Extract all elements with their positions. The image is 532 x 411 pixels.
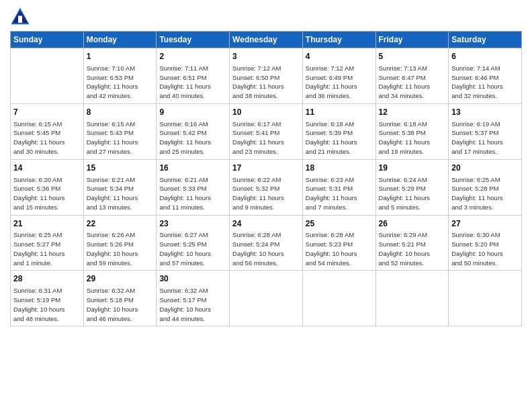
day-number: 2 — [159, 51, 226, 62]
day-cell: 5Sunrise: 7:13 AM Sunset: 6:47 PM Daylig… — [375, 48, 449, 104]
day-cell: 20Sunrise: 6:25 AM Sunset: 5:28 PM Dayli… — [449, 159, 522, 215]
day-number: 16 — [159, 163, 226, 174]
col-header-thursday: Thursday — [302, 32, 375, 48]
day-cell: 12Sunrise: 6:18 AM Sunset: 5:38 PM Dayli… — [375, 103, 449, 159]
day-number: 26 — [379, 218, 446, 230]
day-number: 18 — [306, 163, 373, 174]
day-info: Sunrise: 6:22 AM Sunset: 5:32 PM Dayligh… — [232, 175, 300, 212]
day-info: Sunrise: 6:26 AM Sunset: 5:26 PM Dayligh… — [87, 230, 154, 267]
day-cell: 27Sunrise: 6:30 AM Sunset: 5:20 PM Dayli… — [449, 215, 522, 271]
day-info: Sunrise: 6:21 AM Sunset: 5:34 PM Dayligh… — [87, 175, 154, 212]
day-number: 23 — [159, 218, 226, 230]
day-cell: 16Sunrise: 6:21 AM Sunset: 5:33 PM Dayli… — [157, 159, 230, 215]
day-cell — [375, 271, 449, 326]
day-info: Sunrise: 6:15 AM Sunset: 5:43 PM Dayligh… — [87, 120, 154, 156]
day-cell: 13Sunrise: 6:19 AM Sunset: 5:37 PM Dayli… — [449, 103, 522, 159]
logo — [10, 7, 33, 27]
day-info: Sunrise: 6:32 AM Sunset: 5:18 PM Dayligh… — [87, 286, 154, 323]
day-number: 24 — [232, 218, 300, 230]
day-cell: 22Sunrise: 6:26 AM Sunset: 5:26 PM Dayli… — [83, 215, 157, 271]
day-number: 5 — [379, 51, 446, 62]
day-cell: 1Sunrise: 7:10 AM Sunset: 6:53 PM Daylig… — [83, 48, 157, 104]
day-cell: 18Sunrise: 6:23 AM Sunset: 5:31 PM Dayli… — [302, 159, 375, 215]
day-cell: 3Sunrise: 7:12 AM Sunset: 6:50 PM Daylig… — [230, 48, 303, 104]
day-info: Sunrise: 6:30 AM Sunset: 5:20 PM Dayligh… — [451, 230, 519, 267]
col-header-sunday: Sunday — [11, 32, 84, 48]
day-info: Sunrise: 6:28 AM Sunset: 5:23 PM Dayligh… — [306, 230, 373, 267]
week-row-3: 14Sunrise: 6:20 AM Sunset: 5:36 PM Dayli… — [11, 159, 522, 215]
col-header-saturday: Saturday — [449, 32, 522, 48]
day-cell: 19Sunrise: 6:24 AM Sunset: 5:29 PM Dayli… — [375, 159, 449, 215]
day-cell: 7Sunrise: 6:15 AM Sunset: 5:45 PM Daylig… — [11, 103, 84, 159]
page: SundayMondayTuesdayWednesdayThursdayFrid… — [0, 0, 532, 411]
day-cell: 28Sunrise: 6:31 AM Sunset: 5:19 PM Dayli… — [11, 271, 84, 326]
day-number: 9 — [159, 107, 226, 118]
day-cell: 4Sunrise: 7:12 AM Sunset: 6:49 PM Daylig… — [302, 48, 375, 104]
week-row-5: 28Sunrise: 6:31 AM Sunset: 5:19 PM Dayli… — [11, 271, 522, 326]
day-cell: 26Sunrise: 6:29 AM Sunset: 5:21 PM Dayli… — [375, 215, 449, 271]
day-cell: 14Sunrise: 6:20 AM Sunset: 5:36 PM Dayli… — [11, 159, 84, 215]
day-number: 7 — [13, 107, 81, 118]
day-cell — [302, 271, 375, 326]
day-info: Sunrise: 7:12 AM Sunset: 6:50 PM Dayligh… — [232, 64, 300, 101]
day-number: 15 — [87, 163, 154, 174]
day-info: Sunrise: 6:21 AM Sunset: 5:33 PM Dayligh… — [159, 175, 226, 212]
day-number: 14 — [13, 163, 81, 174]
day-info: Sunrise: 6:28 AM Sunset: 5:24 PM Dayligh… — [232, 230, 300, 267]
day-number: 6 — [451, 51, 519, 62]
day-cell: 2Sunrise: 7:11 AM Sunset: 6:51 PM Daylig… — [157, 48, 230, 104]
day-number: 1 — [87, 51, 154, 62]
col-header-friday: Friday — [375, 32, 449, 48]
week-row-1: 1Sunrise: 7:10 AM Sunset: 6:53 PM Daylig… — [11, 48, 522, 104]
day-cell: 10Sunrise: 6:17 AM Sunset: 5:41 PM Dayli… — [230, 103, 303, 159]
col-header-wednesday: Wednesday — [230, 32, 303, 48]
day-info: Sunrise: 6:25 AM Sunset: 5:27 PM Dayligh… — [13, 230, 81, 267]
day-info: Sunrise: 7:14 AM Sunset: 6:46 PM Dayligh… — [451, 64, 519, 101]
day-info: Sunrise: 7:12 AM Sunset: 6:49 PM Dayligh… — [306, 64, 373, 101]
day-cell: 8Sunrise: 6:15 AM Sunset: 5:43 PM Daylig… — [83, 103, 157, 159]
day-cell: 21Sunrise: 6:25 AM Sunset: 5:27 PM Dayli… — [11, 215, 84, 271]
day-cell — [449, 271, 522, 326]
day-info: Sunrise: 6:20 AM Sunset: 5:36 PM Dayligh… — [13, 175, 81, 212]
day-info: Sunrise: 6:18 AM Sunset: 5:38 PM Dayligh… — [379, 120, 446, 156]
day-number: 8 — [87, 107, 154, 118]
day-number: 17 — [232, 163, 300, 174]
day-info: Sunrise: 6:27 AM Sunset: 5:25 PM Dayligh… — [159, 230, 226, 267]
day-number: 11 — [306, 107, 373, 118]
day-info: Sunrise: 6:24 AM Sunset: 5:29 PM Dayligh… — [379, 175, 446, 212]
week-row-4: 21Sunrise: 6:25 AM Sunset: 5:27 PM Dayli… — [11, 215, 522, 271]
day-number: 27 — [451, 218, 519, 230]
day-cell: 9Sunrise: 6:16 AM Sunset: 5:42 PM Daylig… — [157, 103, 230, 159]
day-info: Sunrise: 6:29 AM Sunset: 5:21 PM Dayligh… — [379, 230, 446, 267]
day-cell: 25Sunrise: 6:28 AM Sunset: 5:23 PM Dayli… — [302, 215, 375, 271]
day-info: Sunrise: 6:15 AM Sunset: 5:45 PM Dayligh… — [13, 120, 81, 156]
day-number: 30 — [159, 273, 226, 285]
day-cell: 24Sunrise: 6:28 AM Sunset: 5:24 PM Dayli… — [230, 215, 303, 271]
day-cell: 15Sunrise: 6:21 AM Sunset: 5:34 PM Dayli… — [83, 159, 157, 215]
svg-rect-2 — [18, 16, 22, 24]
day-cell: 6Sunrise: 7:14 AM Sunset: 6:46 PM Daylig… — [449, 48, 522, 104]
col-header-tuesday: Tuesday — [157, 32, 230, 48]
header — [10, 7, 522, 27]
day-number: 4 — [306, 51, 373, 62]
day-number: 3 — [232, 51, 300, 62]
day-info: Sunrise: 6:31 AM Sunset: 5:19 PM Dayligh… — [13, 286, 81, 323]
day-number: 20 — [451, 163, 519, 174]
day-number: 13 — [451, 107, 519, 118]
day-number: 21 — [13, 218, 81, 230]
week-row-2: 7Sunrise: 6:15 AM Sunset: 5:45 PM Daylig… — [11, 103, 522, 159]
day-number: 29 — [87, 273, 154, 285]
day-cell: 11Sunrise: 6:18 AM Sunset: 5:39 PM Dayli… — [302, 103, 375, 159]
day-info: Sunrise: 7:11 AM Sunset: 6:51 PM Dayligh… — [159, 64, 226, 101]
day-info: Sunrise: 6:18 AM Sunset: 5:39 PM Dayligh… — [306, 120, 373, 156]
day-info: Sunrise: 7:10 AM Sunset: 6:53 PM Dayligh… — [87, 64, 154, 101]
day-info: Sunrise: 6:23 AM Sunset: 5:31 PM Dayligh… — [306, 175, 373, 212]
day-number: 12 — [379, 107, 446, 118]
day-number: 19 — [379, 163, 446, 174]
day-number: 22 — [87, 218, 154, 230]
day-info: Sunrise: 6:17 AM Sunset: 5:41 PM Dayligh… — [232, 120, 300, 156]
day-info: Sunrise: 6:32 AM Sunset: 5:17 PM Dayligh… — [159, 286, 226, 323]
day-cell: 23Sunrise: 6:27 AM Sunset: 5:25 PM Dayli… — [157, 215, 230, 271]
day-number: 28 — [13, 273, 81, 285]
day-info: Sunrise: 6:16 AM Sunset: 5:42 PM Dayligh… — [159, 120, 226, 156]
